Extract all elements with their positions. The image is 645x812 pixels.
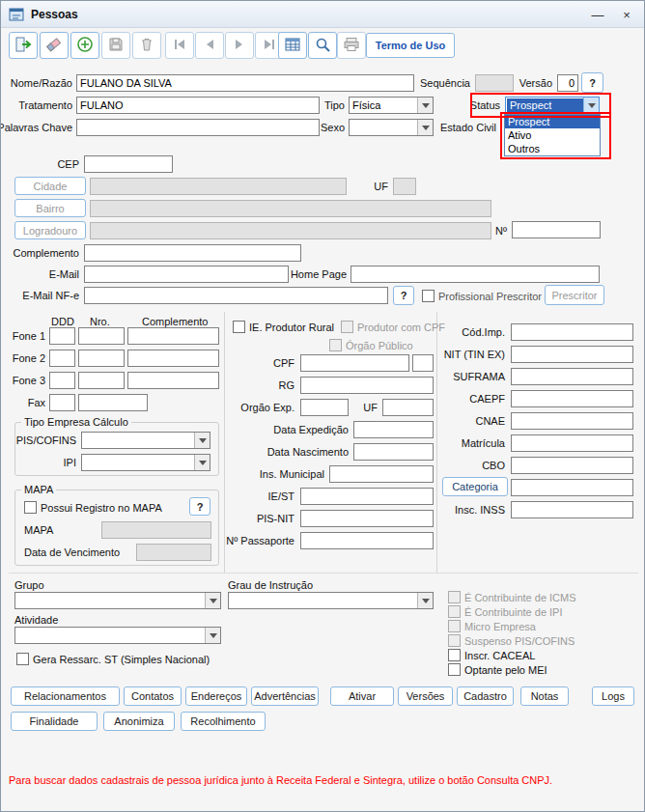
fone1-nro-field[interactable] xyxy=(78,327,125,345)
orgao-exp-field[interactable] xyxy=(300,399,349,416)
fone2-ddd-field[interactable] xyxy=(49,350,75,367)
contatos-button[interactable]: Contatos xyxy=(124,686,182,706)
homepage-field[interactable] xyxy=(351,266,600,283)
chevron-down-icon[interactable] xyxy=(194,433,210,448)
categoria-button[interactable]: Categoria xyxy=(442,477,508,496)
next-record-button[interactable] xyxy=(225,32,254,59)
chevron-down-icon[interactable] xyxy=(417,593,433,608)
recolhimento-button[interactable]: Recolhimento xyxy=(181,712,266,731)
ativar-button[interactable]: Ativar xyxy=(330,686,394,706)
suframa-field[interactable] xyxy=(511,368,633,385)
cbo-field[interactable] xyxy=(511,457,633,474)
help-button[interactable]: ? xyxy=(581,72,603,93)
status-select[interactable]: Prospect xyxy=(505,97,600,114)
fone1-ddd-field[interactable] xyxy=(49,327,75,345)
bairro-button[interactable]: Bairro xyxy=(14,199,86,217)
status-option[interactable]: Prospect xyxy=(505,115,600,128)
caepf-field[interactable] xyxy=(511,390,633,407)
pis-nit-field[interactable] xyxy=(300,510,434,527)
palavras-chave-field[interactable] xyxy=(76,119,320,136)
close-button[interactable]: × xyxy=(613,4,640,25)
minimize-button[interactable]: — xyxy=(584,4,611,25)
save-button[interactable] xyxy=(101,32,130,59)
pis-cofins-select[interactable] xyxy=(81,432,210,449)
chevron-down-icon[interactable] xyxy=(583,98,599,113)
first-record-button[interactable] xyxy=(165,32,194,59)
ie-st-field[interactable] xyxy=(300,488,434,505)
chevron-down-icon[interactable] xyxy=(417,98,433,113)
fone2-nro-field[interactable] xyxy=(78,350,125,367)
numero-field[interactable] xyxy=(512,221,601,238)
status-option[interactable]: Outros xyxy=(505,142,600,155)
termo-de-uso-button[interactable]: Termo de Uso xyxy=(366,33,455,58)
email-nfe-field[interactable] xyxy=(84,287,388,304)
profissional-prescritor-checkbox[interactable] xyxy=(422,290,435,302)
finalidade-button[interactable]: Finalidade xyxy=(11,712,98,731)
exit-button[interactable] xyxy=(9,32,38,59)
cpf-extra-field[interactable] xyxy=(412,354,434,372)
fone3-ddd-field[interactable] xyxy=(49,372,75,389)
fone2-complemento-field[interactable] xyxy=(127,350,219,367)
docs-uf-field[interactable] xyxy=(382,399,434,416)
advertencias-button[interactable]: Advertências xyxy=(251,686,319,706)
ie-produtor-rural-checkbox[interactable] xyxy=(233,321,245,333)
grid-view-button[interactable] xyxy=(278,32,307,59)
help-button[interactable]: ? xyxy=(189,497,210,516)
tratamento-field[interactable] xyxy=(76,97,320,114)
cidade-button[interactable]: Cidade xyxy=(14,177,86,195)
chevron-down-icon[interactable] xyxy=(205,593,220,608)
tipo-select[interactable]: Física xyxy=(349,97,434,114)
cod-imp-field[interactable] xyxy=(511,323,633,341)
fax-ddd-field[interactable] xyxy=(49,394,75,411)
grau-instrucao-select[interactable] xyxy=(228,592,434,609)
data-nascimento-field[interactable] xyxy=(353,443,434,461)
versao-field[interactable] xyxy=(557,74,578,92)
relacionamentos-button[interactable]: Relacionamentos xyxy=(11,686,120,706)
help-button[interactable]: ? xyxy=(393,286,414,305)
email-field[interactable] xyxy=(84,266,289,283)
fone1-complemento-field[interactable] xyxy=(127,327,219,345)
data-expedicao-field[interactable] xyxy=(353,421,434,438)
add-button[interactable] xyxy=(70,32,99,59)
logs-button[interactable]: Logs xyxy=(592,686,634,706)
inscr-caceal-checkbox[interactable] xyxy=(448,649,461,661)
cnae-field[interactable] xyxy=(511,412,633,430)
cep-field[interactable] xyxy=(84,155,173,173)
ipi-select[interactable] xyxy=(81,454,210,471)
categoria-field[interactable] xyxy=(511,479,633,496)
cpf-field[interactable] xyxy=(300,354,409,372)
enderecos-button[interactable]: Endereços xyxy=(185,686,247,706)
prescritor-button[interactable]: Prescritor xyxy=(545,285,604,305)
logradouro-button[interactable]: Logradouro xyxy=(14,221,86,239)
previous-record-button[interactable] xyxy=(195,32,224,59)
possui-registro-mapa-checkbox[interactable] xyxy=(24,501,37,514)
delete-button[interactable] xyxy=(132,32,161,59)
cadastro-button[interactable]: Cadastro xyxy=(457,686,514,706)
fone3-nro-field[interactable] xyxy=(78,372,125,389)
nome-razao-field[interactable] xyxy=(76,74,414,92)
chevron-down-icon[interactable] xyxy=(417,120,433,135)
anonimiza-button[interactable]: Anonimiza xyxy=(103,712,175,731)
complemento-field[interactable] xyxy=(84,244,301,262)
chevron-down-icon[interactable] xyxy=(205,628,220,643)
insc-inss-field[interactable] xyxy=(511,501,633,518)
optante-mei-checkbox[interactable] xyxy=(448,663,461,676)
nit-field[interactable] xyxy=(511,346,633,363)
fax-nro-field[interactable] xyxy=(78,394,148,411)
rg-field[interactable] xyxy=(300,377,434,394)
fone3-complemento-field[interactable] xyxy=(127,372,219,389)
passaporte-field[interactable] xyxy=(300,532,434,549)
chevron-down-icon[interactable] xyxy=(194,455,210,470)
matricula-field[interactable] xyxy=(511,434,633,452)
grupo-select[interactable] xyxy=(14,592,221,609)
print-button[interactable] xyxy=(337,32,366,59)
versoes-button[interactable]: Versões xyxy=(398,686,453,706)
clear-button[interactable] xyxy=(40,32,69,59)
atividade-select[interactable] xyxy=(14,627,221,644)
notas-button[interactable]: Notas xyxy=(520,686,569,706)
status-option[interactable]: Ativo xyxy=(505,128,600,142)
sexo-select[interactable] xyxy=(349,119,434,136)
gera-ressarc-checkbox[interactable] xyxy=(16,653,29,665)
search-button[interactable] xyxy=(308,32,337,59)
ins-municipal-field[interactable] xyxy=(329,465,434,483)
